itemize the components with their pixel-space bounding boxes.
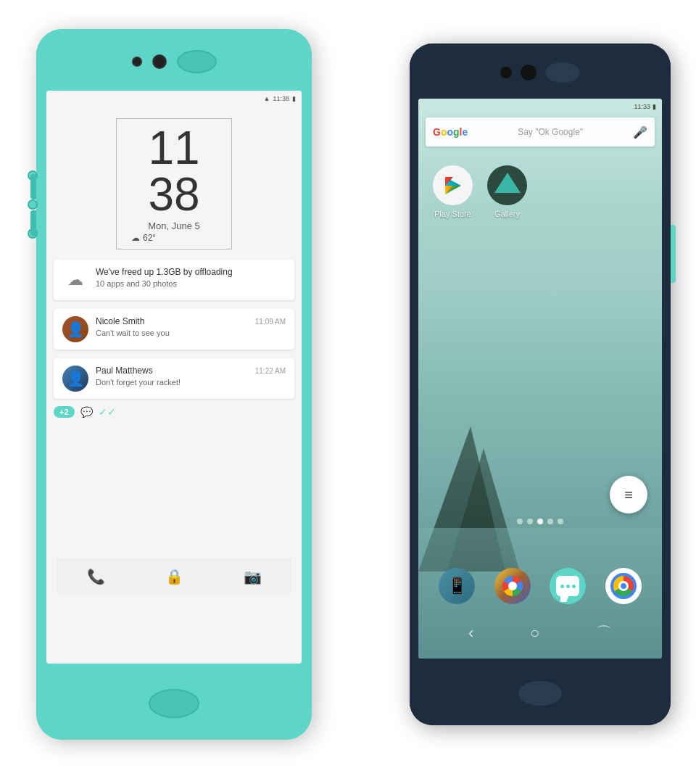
play-store-icon[interactable] bbox=[433, 165, 473, 205]
three-dots bbox=[560, 585, 576, 588]
right-status-bar: 11:33 ▮ bbox=[418, 99, 662, 115]
side-button-vol-up[interactable] bbox=[30, 174, 36, 199]
notif-text-storage: We've freed up 1.3GB by offloading 10 ap… bbox=[96, 267, 286, 289]
check-action-icon[interactable]: ✓✓ bbox=[99, 406, 116, 418]
page-dot-1[interactable] bbox=[517, 519, 523, 524]
right-phone-screen: 11:33 ▮ Google Say "Ok Google" 🎤 bbox=[418, 99, 662, 659]
paul-notif-text: Paul Matthews 11:22 AM Don't forget your… bbox=[96, 366, 286, 387]
page-dot-4[interactable] bbox=[547, 519, 553, 524]
ok-google-text[interactable]: Say "Ok Google" bbox=[473, 127, 627, 137]
nicole-time: 11:09 AM bbox=[255, 318, 286, 326]
mountain-icon bbox=[499, 178, 516, 193]
bottom-speaker-left bbox=[149, 689, 199, 718]
left-phone-screen: ▲ 11:38 ▮ 11 38 Mon, June 5 ☁ 62° bbox=[46, 91, 302, 664]
right-side-button[interactable] bbox=[671, 225, 676, 283]
dock-phone-icon[interactable]: 📱 bbox=[439, 568, 475, 604]
paul-time: 11:22 AM bbox=[255, 367, 286, 375]
left-phone-bottom-bar bbox=[36, 667, 312, 740]
chrome-center bbox=[618, 581, 629, 591]
front-camera-main bbox=[152, 54, 167, 69]
action-row: +2 💬 ✓✓ bbox=[46, 403, 302, 421]
chrome-wheel-icon bbox=[610, 573, 637, 599]
clock-weather: ☁ 62° bbox=[131, 233, 217, 243]
app-dock: 📱 bbox=[418, 568, 662, 604]
lock-nav-icon[interactable]: 🔒 bbox=[165, 568, 183, 585]
top-speaker bbox=[177, 50, 217, 73]
clock-minute: 38 bbox=[131, 171, 217, 218]
right-top-speaker bbox=[545, 62, 580, 83]
notif-sub-storage: 10 apps and 30 photos bbox=[96, 278, 286, 289]
app-icons-row: Play Store Gallery bbox=[418, 158, 662, 226]
dock-camera-icon[interactable] bbox=[494, 568, 531, 604]
camera-pinwheel-icon bbox=[501, 574, 524, 598]
gallery-icon[interactable] bbox=[487, 165, 527, 205]
dock-messages-icon[interactable] bbox=[550, 568, 586, 604]
paul-preview: Don't forget your racket! bbox=[96, 377, 286, 387]
phone-nav-icon[interactable]: 📞 bbox=[87, 568, 105, 585]
hamburger-icon: ≡ bbox=[624, 487, 633, 503]
temperature: 62° bbox=[143, 233, 156, 243]
gallery-label: Gallery bbox=[494, 210, 520, 218]
message-bubble-icon bbox=[556, 576, 579, 596]
google-logo: Google bbox=[433, 126, 468, 138]
paul-message-notification[interactable]: 👤 Paul Matthews 11:22 AM Don't forget yo… bbox=[54, 358, 294, 399]
paul-avatar: 👤 bbox=[62, 366, 88, 392]
phones-container: ▲ 11:38 ▮ 11 38 Mon, June 5 ☁ 62° bbox=[0, 0, 696, 784]
back-button[interactable]: ‹ bbox=[468, 624, 473, 643]
cloud-icon: ☁ bbox=[62, 267, 88, 293]
right-phone-top-bar bbox=[410, 44, 671, 102]
right-time: 11:33 bbox=[634, 103, 650, 110]
page-dot-3-active[interactable] bbox=[537, 519, 543, 524]
right-phone-bottom-bar bbox=[410, 661, 671, 725]
action-badge[interactable]: +2 bbox=[54, 406, 75, 418]
play-store-label: Play Store bbox=[434, 210, 471, 218]
bottom-nav-right: ‹ ○ ⌒ bbox=[418, 622, 662, 644]
battery-icon: ▮ bbox=[292, 95, 296, 102]
right-front-camera-small bbox=[500, 67, 512, 78]
phone-icon: 📱 bbox=[447, 577, 467, 595]
clock-widget: 11 38 Mon, June 5 ☁ 62° bbox=[46, 107, 302, 255]
gallery-app[interactable]: Gallery bbox=[487, 165, 527, 218]
recent-button[interactable]: ⌒ bbox=[596, 622, 612, 644]
google-search-bar[interactable]: Google Say "Ok Google" 🎤 bbox=[426, 117, 655, 147]
page-dot-2[interactable] bbox=[527, 519, 533, 524]
play-store-svg bbox=[442, 175, 464, 197]
dock-chrome-icon[interactable] bbox=[605, 568, 642, 604]
play-store-app[interactable]: Play Store bbox=[433, 165, 473, 218]
clock-date: Mon, June 5 bbox=[131, 220, 217, 231]
paul-sender: Paul Matthews bbox=[96, 366, 153, 376]
bottom-speaker-right bbox=[518, 681, 562, 706]
front-camera-small bbox=[132, 57, 142, 67]
svg-point-5 bbox=[508, 582, 517, 590]
side-button-vol-down[interactable] bbox=[30, 210, 36, 236]
nicole-notif-text: Nicole Smith 11:09 AM Can't wait to see … bbox=[96, 316, 286, 338]
right-front-camera-main bbox=[521, 65, 536, 81]
time-display: 11:38 bbox=[273, 95, 289, 102]
mic-icon[interactable]: 🎤 bbox=[633, 125, 647, 139]
status-bar: ▲ 11:38 ▮ bbox=[46, 91, 302, 107]
camera-nav-icon[interactable]: 📷 bbox=[244, 568, 262, 585]
right-phone: 11:33 ▮ Google Say "Ok Google" 🎤 bbox=[410, 44, 671, 725]
page-dots bbox=[418, 519, 662, 524]
side-dot-2[interactable] bbox=[28, 199, 38, 210]
weather-icon: ☁ bbox=[131, 233, 140, 243]
home-button[interactable]: ○ bbox=[530, 624, 539, 643]
notif-title-storage: We've freed up 1.3GB by offloading bbox=[96, 267, 286, 277]
nicole-avatar: 👤 bbox=[62, 316, 88, 342]
nicole-preview: Can't wait to see you bbox=[96, 328, 286, 338]
nicole-sender: Nicole Smith bbox=[96, 316, 144, 326]
bottom-nav-left: 📞 🔒 📷 bbox=[57, 558, 291, 595]
fab-button[interactable]: ≡ bbox=[610, 476, 647, 513]
clock-hour: 11 bbox=[131, 125, 217, 171]
clock-box: 11 38 Mon, June 5 ☁ 62° bbox=[116, 118, 232, 249]
left-phone-top-bar bbox=[36, 29, 312, 94]
right-battery: ▮ bbox=[652, 103, 656, 110]
nicole-message-notification[interactable]: 👤 Nicole Smith 11:09 AM Can't wait to se… bbox=[54, 309, 294, 350]
page-dot-5[interactable] bbox=[558, 519, 563, 524]
signal-icon: ▲ bbox=[264, 95, 270, 102]
storage-notification[interactable]: ☁ We've freed up 1.3GB by offloading 10 … bbox=[54, 260, 294, 300]
left-phone: ▲ 11:38 ▮ 11 38 Mon, June 5 ☁ 62° bbox=[36, 29, 312, 740]
message-action-icon[interactable]: 💬 bbox=[80, 406, 93, 418]
